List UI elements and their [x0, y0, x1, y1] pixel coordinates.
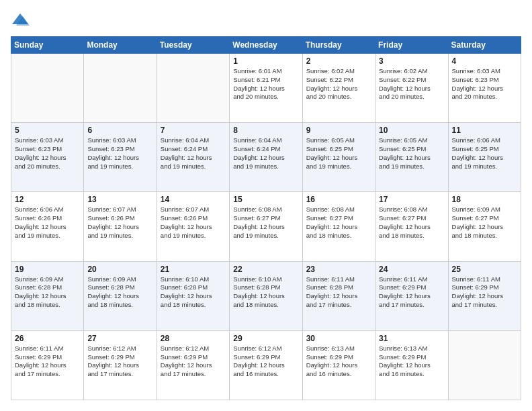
day-info: Sunrise: 6:06 AM Sunset: 6:25 PM Dayligh… [452, 136, 517, 171]
calendar-cell [11, 54, 84, 123]
day-number: 12 [15, 195, 80, 204]
calendar-cell: 4Sunrise: 6:03 AM Sunset: 6:23 PM Daylig… [448, 54, 521, 123]
day-number: 30 [306, 334, 371, 343]
day-info: Sunrise: 6:13 AM Sunset: 6:29 PM Dayligh… [379, 345, 444, 379]
calendar-cell: 29Sunrise: 6:12 AM Sunset: 6:29 PM Dayli… [230, 330, 302, 400]
calendar-cell: 1Sunrise: 6:01 AM Sunset: 6:21 PM Daylig… [230, 54, 302, 123]
logo [11, 11, 32, 30]
day-info: Sunrise: 6:11 AM Sunset: 6:29 PM Dayligh… [379, 275, 444, 310]
day-info: Sunrise: 6:10 AM Sunset: 6:28 PM Dayligh… [161, 275, 226, 310]
week-row-2: 12Sunrise: 6:06 AM Sunset: 6:26 PM Dayli… [11, 192, 521, 261]
day-info: Sunrise: 6:06 AM Sunset: 6:26 PM Dayligh… [15, 205, 80, 240]
day-info: Sunrise: 6:05 AM Sunset: 6:25 PM Dayligh… [379, 136, 444, 171]
calendar-cell: 30Sunrise: 6:13 AM Sunset: 6:29 PM Dayli… [302, 330, 375, 400]
day-info: Sunrise: 6:04 AM Sunset: 6:24 PM Dayligh… [233, 136, 298, 171]
day-number: 19 [15, 265, 80, 274]
day-info: Sunrise: 6:08 AM Sunset: 6:27 PM Dayligh… [233, 205, 298, 240]
day-number: 28 [161, 334, 226, 343]
calendar-cell: 9Sunrise: 6:05 AM Sunset: 6:25 PM Daylig… [302, 123, 375, 192]
day-number: 26 [15, 334, 80, 343]
calendar-cell: 2Sunrise: 6:02 AM Sunset: 6:22 PM Daylig… [302, 54, 375, 123]
day-number: 1 [233, 56, 298, 66]
day-number: 20 [87, 265, 152, 274]
weekday-header-sunday: Sunday [11, 37, 84, 54]
calendar-cell: 7Sunrise: 6:04 AM Sunset: 6:24 PM Daylig… [157, 123, 229, 192]
header [11, 11, 521, 30]
calendar-cell: 22Sunrise: 6:10 AM Sunset: 6:28 PM Dayli… [230, 261, 302, 330]
day-info: Sunrise: 6:09 AM Sunset: 6:27 PM Dayligh… [452, 205, 517, 240]
weekday-header-friday: Friday [375, 37, 448, 54]
calendar-cell: 10Sunrise: 6:05 AM Sunset: 6:25 PM Dayli… [375, 123, 448, 192]
day-info: Sunrise: 6:01 AM Sunset: 6:21 PM Dayligh… [233, 67, 298, 101]
day-info: Sunrise: 6:13 AM Sunset: 6:29 PM Dayligh… [306, 345, 371, 379]
day-info: Sunrise: 6:12 AM Sunset: 6:29 PM Dayligh… [87, 345, 152, 379]
day-number: 5 [15, 126, 80, 135]
calendar-table: SundayMondayTuesdayWednesdayThursdayFrid… [11, 36, 521, 400]
day-info: Sunrise: 6:10 AM Sunset: 6:28 PM Dayligh… [233, 275, 298, 310]
calendar-cell [84, 54, 157, 123]
weekday-header-row: SundayMondayTuesdayWednesdayThursdayFrid… [11, 37, 521, 54]
day-number: 6 [87, 126, 152, 135]
day-info: Sunrise: 6:07 AM Sunset: 6:26 PM Dayligh… [161, 205, 226, 240]
calendar-cell: 5Sunrise: 6:03 AM Sunset: 6:23 PM Daylig… [11, 123, 84, 192]
day-info: Sunrise: 6:08 AM Sunset: 6:27 PM Dayligh… [379, 205, 444, 240]
day-number: 4 [452, 56, 517, 66]
calendar-cell: 27Sunrise: 6:12 AM Sunset: 6:29 PM Dayli… [84, 330, 157, 400]
day-info: Sunrise: 6:12 AM Sunset: 6:29 PM Dayligh… [233, 345, 298, 379]
day-number: 10 [379, 126, 444, 135]
day-number: 16 [306, 195, 371, 204]
calendar-cell: 17Sunrise: 6:08 AM Sunset: 6:27 PM Dayli… [375, 192, 448, 261]
calendar-cell: 6Sunrise: 6:03 AM Sunset: 6:23 PM Daylig… [84, 123, 157, 192]
day-number: 11 [452, 126, 517, 135]
page: SundayMondayTuesdayWednesdayThursdayFrid… [0, 0, 532, 411]
day-info: Sunrise: 6:11 AM Sunset: 6:29 PM Dayligh… [15, 345, 80, 379]
calendar-cell: 19Sunrise: 6:09 AM Sunset: 6:28 PM Dayli… [11, 261, 84, 330]
day-number: 14 [161, 195, 226, 204]
day-info: Sunrise: 6:09 AM Sunset: 6:28 PM Dayligh… [87, 275, 152, 310]
day-info: Sunrise: 6:11 AM Sunset: 6:28 PM Dayligh… [306, 275, 371, 310]
day-info: Sunrise: 6:05 AM Sunset: 6:25 PM Dayligh… [306, 136, 371, 171]
calendar-cell: 23Sunrise: 6:11 AM Sunset: 6:28 PM Dayli… [302, 261, 375, 330]
day-info: Sunrise: 6:07 AM Sunset: 6:26 PM Dayligh… [87, 205, 152, 240]
day-info: Sunrise: 6:03 AM Sunset: 6:23 PM Dayligh… [452, 67, 517, 101]
calendar-cell: 16Sunrise: 6:08 AM Sunset: 6:27 PM Dayli… [302, 192, 375, 261]
weekday-header-tuesday: Tuesday [157, 37, 229, 54]
weekday-header-saturday: Saturday [448, 37, 521, 54]
calendar-cell: 11Sunrise: 6:06 AM Sunset: 6:25 PM Dayli… [448, 123, 521, 192]
weekday-header-wednesday: Wednesday [230, 37, 302, 54]
day-number: 25 [452, 265, 517, 274]
day-info: Sunrise: 6:09 AM Sunset: 6:28 PM Dayligh… [15, 275, 80, 310]
day-number: 7 [161, 126, 226, 135]
day-number: 31 [379, 334, 444, 343]
day-number: 15 [233, 195, 298, 204]
calendar-cell: 15Sunrise: 6:08 AM Sunset: 6:27 PM Dayli… [230, 192, 302, 261]
calendar-cell: 3Sunrise: 6:02 AM Sunset: 6:22 PM Daylig… [375, 54, 448, 123]
day-info: Sunrise: 6:02 AM Sunset: 6:22 PM Dayligh… [306, 67, 371, 101]
day-info: Sunrise: 6:03 AM Sunset: 6:23 PM Dayligh… [15, 136, 80, 171]
calendar-cell: 8Sunrise: 6:04 AM Sunset: 6:24 PM Daylig… [230, 123, 302, 192]
week-row-0: 1Sunrise: 6:01 AM Sunset: 6:21 PM Daylig… [11, 54, 521, 123]
calendar-cell: 12Sunrise: 6:06 AM Sunset: 6:26 PM Dayli… [11, 192, 84, 261]
day-number: 2 [306, 56, 371, 66]
day-number: 9 [306, 126, 371, 135]
calendar-cell: 21Sunrise: 6:10 AM Sunset: 6:28 PM Dayli… [157, 261, 229, 330]
day-number: 17 [379, 195, 444, 204]
day-info: Sunrise: 6:04 AM Sunset: 6:24 PM Dayligh… [161, 136, 226, 171]
calendar-cell: 20Sunrise: 6:09 AM Sunset: 6:28 PM Dayli… [84, 261, 157, 330]
day-info: Sunrise: 6:03 AM Sunset: 6:23 PM Dayligh… [87, 136, 152, 171]
day-number: 27 [87, 334, 152, 343]
day-number: 13 [87, 195, 152, 204]
day-number: 8 [233, 126, 298, 135]
calendar-cell: 14Sunrise: 6:07 AM Sunset: 6:26 PM Dayli… [157, 192, 229, 261]
day-number: 22 [233, 265, 298, 274]
day-number: 29 [233, 334, 298, 343]
calendar-cell: 26Sunrise: 6:11 AM Sunset: 6:29 PM Dayli… [11, 330, 84, 400]
week-row-3: 19Sunrise: 6:09 AM Sunset: 6:28 PM Dayli… [11, 261, 521, 330]
week-row-4: 26Sunrise: 6:11 AM Sunset: 6:29 PM Dayli… [11, 330, 521, 400]
calendar-cell [448, 330, 521, 400]
calendar-cell: 28Sunrise: 6:12 AM Sunset: 6:29 PM Dayli… [157, 330, 229, 400]
day-info: Sunrise: 6:02 AM Sunset: 6:22 PM Dayligh… [379, 67, 444, 101]
calendar-cell: 18Sunrise: 6:09 AM Sunset: 6:27 PM Dayli… [448, 192, 521, 261]
logo-icon [11, 11, 30, 30]
day-number: 18 [452, 195, 517, 204]
